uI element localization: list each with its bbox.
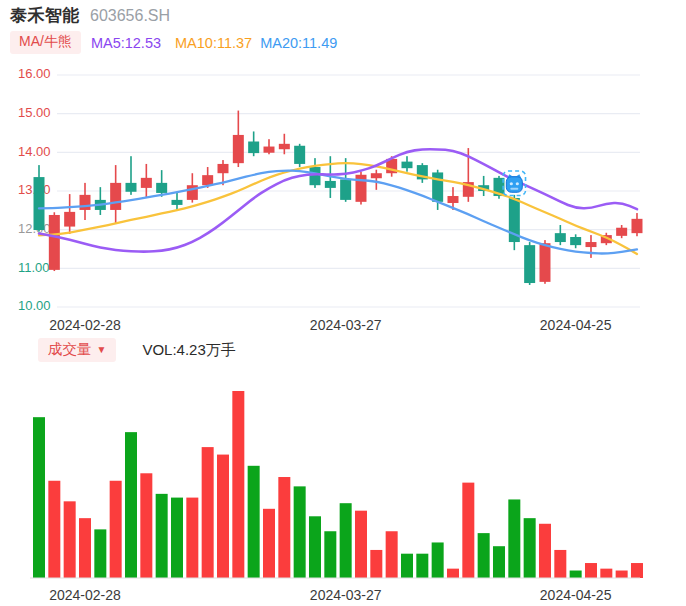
dropdown-arrow-icon: ▼ xyxy=(97,344,107,355)
svg-text:2024-04-25: 2024-04-25 xyxy=(540,317,612,333)
ma10-value-label: MA10:11.37 xyxy=(175,35,252,51)
svg-text:11.00: 11.00 xyxy=(18,260,50,275)
svg-text:2024-02-28: 2024-02-28 xyxy=(49,587,121,603)
svg-text:2024-03-27: 2024-03-27 xyxy=(310,317,382,333)
volume-bars-group xyxy=(33,391,643,578)
stock-chart-panel: 泰禾智能 603656.SH MA/牛熊 MA5:12.53 MA10:11.3… xyxy=(0,0,686,606)
stock-name: 泰禾智能 xyxy=(10,4,80,27)
volume-x-axis-labels: 2024-02-282024-03-272024-04-25 xyxy=(49,587,611,603)
svg-text:10.00: 10.00 xyxy=(18,298,51,313)
volume-header: 成交量 ▼ VOL:4.23万手 xyxy=(38,338,236,362)
volume-value-label: VOL:4.23万手 xyxy=(142,341,235,360)
svg-text:15.00: 15.00 xyxy=(18,105,51,120)
ma5-value-label: MA5:12.53 xyxy=(91,35,161,51)
stock-code: 603656.SH xyxy=(90,7,170,25)
svg-text:2024-02-28: 2024-02-28 xyxy=(49,317,121,333)
svg-text:2024-03-27: 2024-03-27 xyxy=(310,587,382,603)
svg-text:16.00: 16.00 xyxy=(18,66,51,81)
volume-bar-chart[interactable]: 2024-02-282024-03-272024-04-25 xyxy=(0,370,686,606)
main-candlestick-chart[interactable]: 16.0015.0014.0013.0012.0011.0010.002024-… xyxy=(0,60,686,340)
ma-legend-row: MA/牛熊 MA5:12.53 MA10:11.37 MA20:11.49 xyxy=(10,31,337,54)
volume-dropdown-button[interactable]: 成交量 ▼ xyxy=(38,338,116,362)
svg-text:14.00: 14.00 xyxy=(18,144,51,159)
ma20-value-label: MA20:11.49 xyxy=(260,35,337,51)
volume-badge-label: 成交量 xyxy=(48,340,92,359)
ma-indicator-badge[interactable]: MA/牛熊 xyxy=(10,31,81,54)
robot-marker-icon[interactable] xyxy=(503,171,525,195)
chart-header: 泰禾智能 603656.SH xyxy=(10,4,170,27)
x-axis-labels: 2024-02-282024-03-272024-04-25 xyxy=(49,317,611,333)
svg-text:2024-04-25: 2024-04-25 xyxy=(540,587,612,603)
